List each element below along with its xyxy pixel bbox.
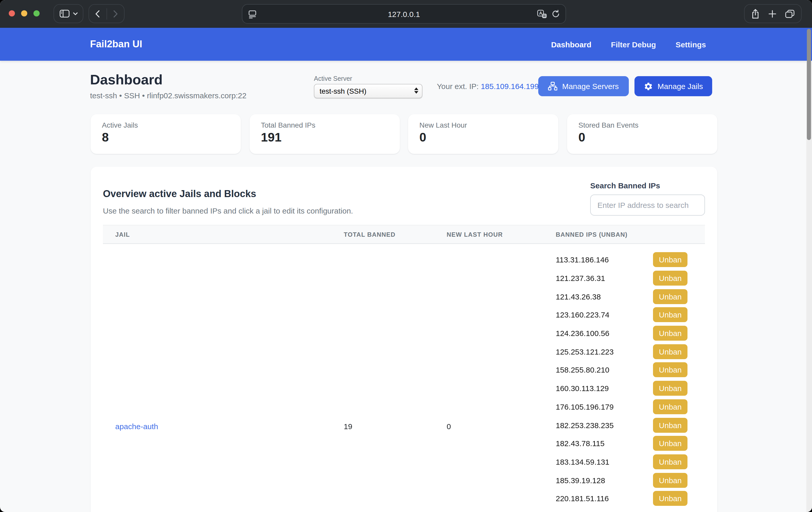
banned-ip-row: 125.253.121.223 Unban <box>556 342 688 361</box>
stat-label: Stored Ban Events <box>578 121 706 129</box>
toolbar-right-group <box>744 4 802 23</box>
unban-button[interactable]: Unban <box>653 289 688 304</box>
stat-label: Active Jails <box>102 121 230 129</box>
banned-ip-row: 182.43.78.115 Unban <box>556 434 688 453</box>
banned-ip: 182.43.78.115 <box>556 439 605 448</box>
column-header-new-last-hour: NEW LAST HOUR <box>434 231 543 238</box>
banned-ip-row: 124.236.100.56 Unban <box>556 324 688 342</box>
column-header-banned-ips: BANNED IPS (UNBAN) <box>543 231 705 238</box>
banned-ip: 220.181.51.116 <box>556 494 609 503</box>
minimize-window-button[interactable] <box>21 10 27 17</box>
sidebar-icon <box>59 10 69 18</box>
url-text: 127.0.0.1 <box>242 9 566 18</box>
banned-ip: 183.134.59.131 <box>556 457 610 466</box>
reload-icon[interactable] <box>552 10 560 19</box>
active-server-select[interactable]: test-ssh (SSH) <box>314 84 423 98</box>
unban-button[interactable]: Unban <box>653 473 688 488</box>
stat-value: 8 <box>102 130 230 145</box>
banned-ip-row: 183.134.59.131 Unban <box>556 453 688 471</box>
search-banned-ips-label: Search Banned IPs <box>590 181 660 190</box>
nav-links: Dashboard Filter Debug Settings <box>551 28 706 61</box>
translate-icon[interactable]: A <box>537 10 547 19</box>
manage-servers-button[interactable]: Manage Servers <box>538 76 629 96</box>
table-row: apache-auth 19 0 113.31.186.146 Unban 12… <box>103 244 705 512</box>
overview-title: Overview active Jails and Blocks <box>103 188 256 200</box>
zoom-window-button[interactable] <box>33 10 40 17</box>
stat-value: 191 <box>261 130 388 145</box>
select-stepper-icon <box>414 87 418 94</box>
unban-button[interactable]: Unban <box>653 381 688 396</box>
manage-servers-label: Manage Servers <box>562 82 619 91</box>
svg-text:A: A <box>539 11 542 16</box>
close-window-button[interactable] <box>9 10 15 17</box>
unban-button[interactable]: Unban <box>653 491 688 506</box>
stat-value: 0 <box>419 130 547 145</box>
forward-button[interactable] <box>107 5 124 23</box>
banned-ip: 125.253.121.223 <box>556 347 614 356</box>
banned-ip-row: 220.181.51.116 Unban <box>556 489 688 508</box>
unban-button[interactable]: Unban <box>653 326 688 341</box>
banned-ip-row: 123.160.223.74 Unban <box>556 306 688 324</box>
external-ip: Your ext. IP: 185.109.164.199 <box>437 82 539 91</box>
brand-title[interactable]: Fail2ban UI <box>90 38 142 50</box>
banned-ip-row: 121.237.36.31 Unban <box>556 269 688 287</box>
stat-card-total-banned: Total Banned IPs 191 <box>250 114 400 154</box>
tab-overview-icon[interactable] <box>785 9 794 18</box>
banned-ip: 124.236.100.56 <box>556 329 610 338</box>
overview-description: Use the search to filter banned IPs and … <box>103 206 353 215</box>
nav-link-dashboard[interactable]: Dashboard <box>551 40 591 49</box>
jail-link[interactable]: apache-auth <box>115 422 158 430</box>
stat-label: Total Banned IPs <box>261 121 388 129</box>
stat-label: New Last Hour <box>419 121 547 129</box>
unban-button[interactable]: Unban <box>653 344 688 359</box>
share-icon[interactable] <box>751 8 759 19</box>
banned-ip: 121.237.36.31 <box>556 274 605 283</box>
unban-button[interactable]: Unban <box>653 308 688 322</box>
chevron-down-icon <box>73 12 78 15</box>
nav-link-filter-debug[interactable]: Filter Debug <box>611 40 656 49</box>
external-ip-value[interactable]: 185.109.164.199 <box>481 82 539 91</box>
overview-panel: Overview active Jails and Blocks Use the… <box>91 167 717 512</box>
banned-ip: 121.43.26.38 <box>556 292 601 301</box>
table-header-row: JAIL TOTAL BANNED NEW LAST HOUR BANNED I… <box>103 225 705 244</box>
active-server-label: Active Server <box>314 75 352 82</box>
unban-button[interactable]: Unban <box>653 252 688 267</box>
stat-card-new-last-hour: New Last Hour 0 <box>408 114 558 154</box>
banned-ip-row: 185.39.19.128 Unban <box>556 471 688 489</box>
manage-jails-button[interactable]: Manage Jails <box>635 76 712 96</box>
active-server-selected-value: test-ssh (SSH) <box>320 87 366 95</box>
banned-ip-row: 158.255.80.210 Unban <box>556 361 688 379</box>
unban-button[interactable]: Unban <box>653 436 688 451</box>
browser-window: 127.0.0.1 A <box>0 0 812 512</box>
total-banned-cell: 19 <box>331 422 434 430</box>
app-navbar: Fail2ban UI Dashboard Filter Debug Setti… <box>0 28 812 61</box>
gear-icon <box>644 82 653 91</box>
column-header-total-banned: TOTAL BANNED <box>331 231 434 238</box>
history-nav-group <box>88 4 124 23</box>
manage-jails-label: Manage Jails <box>658 82 703 91</box>
banned-ip: 158.255.80.210 <box>556 366 610 374</box>
page-subtitle: test-ssh • SSH • rlinfp02.swissmakers.co… <box>90 91 246 100</box>
banned-ip-row: 113.31.186.146 Unban <box>556 251 688 269</box>
banned-ip: 113.31.186.146 <box>556 255 609 264</box>
unban-button[interactable]: Unban <box>653 399 688 414</box>
unban-button[interactable]: Unban <box>653 363 688 377</box>
banned-ip: 160.30.113.129 <box>556 384 609 393</box>
search-input[interactable] <box>590 195 705 216</box>
new-last-hour-cell: 0 <box>434 422 543 430</box>
banned-ip: 176.105.196.179 <box>556 402 614 411</box>
unban-button[interactable]: Unban <box>653 454 688 469</box>
external-ip-label: Your ext. IP: <box>437 82 478 91</box>
new-tab-icon[interactable] <box>768 9 777 18</box>
banned-ip-list: 113.31.186.146 Unban 121.237.36.31 Unban… <box>543 244 705 508</box>
unban-button[interactable]: Unban <box>653 271 688 286</box>
sidebar-toggle-button[interactable] <box>54 4 83 23</box>
address-bar[interactable]: 127.0.0.1 A <box>242 4 566 24</box>
scrollbar-thumb[interactable] <box>807 29 811 140</box>
nav-link-settings[interactable]: Settings <box>676 40 706 49</box>
sitemap-icon <box>548 82 557 91</box>
unban-button[interactable]: Unban <box>653 418 688 432</box>
back-button[interactable] <box>89 5 106 23</box>
jail-cell: apache-auth <box>103 422 331 430</box>
stat-value: 0 <box>578 130 706 145</box>
